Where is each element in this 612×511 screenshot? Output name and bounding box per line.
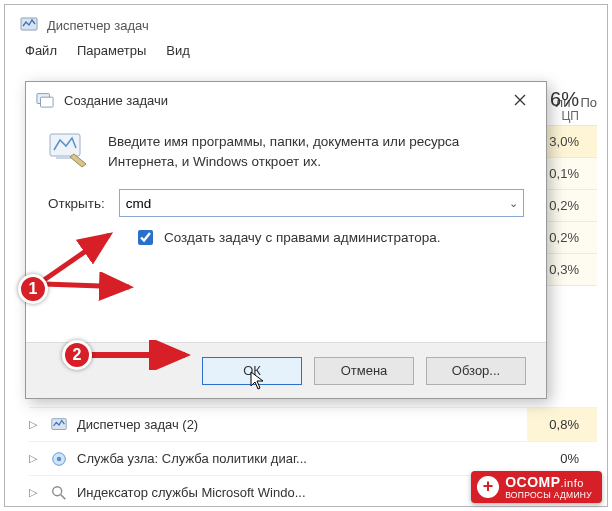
annotation-step-1: 1 [18,274,48,304]
task-manager-icon [19,15,39,35]
process-row[interactable]: ▷ Диспетчер задач (2) 0,8% [29,407,597,441]
menu-options[interactable]: Параметры [69,41,154,60]
screenshot-frame: Диспетчер задач Файл Параметры Вид ли По… [4,4,608,507]
svg-point-3 [57,456,62,461]
task-manager-window: Диспетчер задач Файл Параметры Вид ли По… [9,9,603,502]
service-icon [49,449,69,469]
process-cpu: 0,8% [527,408,597,441]
annotation-step-2: 2 [62,340,92,370]
task-manager-icon [49,415,69,435]
open-label: Открыть: [48,196,105,211]
expand-caret-icon[interactable]: ▷ [29,486,43,499]
svg-line-5 [61,494,66,499]
browse-button[interactable]: Обзор... [426,357,526,385]
main-title: Диспетчер задач [47,18,149,33]
dialog-title: Создание задачи [64,93,500,108]
process-name: Диспетчер задач (2) [77,417,527,432]
menu-file[interactable]: Файл [17,41,65,60]
admin-checkbox[interactable] [138,230,153,245]
svg-point-4 [53,486,62,495]
close-icon [514,94,526,106]
open-input[interactable] [119,189,524,217]
dialog-title-bar[interactable]: Создание задачи [26,82,546,118]
watermark-cross-icon: + [477,476,499,498]
run-large-icon [48,130,92,170]
svg-rect-7 [41,97,54,107]
process-cpu: 0% [527,451,597,466]
menu-view[interactable]: Вид [158,41,198,60]
run-dialog-icon [36,90,56,110]
watermark: + OCOMP.info ВОПРОСЫ АДМИНУ [471,471,602,503]
process-name: Индексатор службы Microsoft Windo... [77,485,527,500]
create-task-dialog: Создание задачи Введите имя программы, п… [25,81,547,399]
dialog-button-row: ОК Отмена Обзор... [26,342,546,398]
admin-checkbox-label: Создать задачу с правами администратора. [164,230,440,245]
indexer-icon [49,483,69,503]
ok-button[interactable]: ОК [202,357,302,385]
expand-caret-icon[interactable]: ▷ [29,418,43,431]
close-button[interactable] [500,85,540,115]
process-row[interactable]: ▷ Служба узла: Служба политики диаг... 0… [29,441,597,475]
menu-bar: Файл Параметры Вид [9,39,603,66]
main-title-bar: Диспетчер задач [9,9,603,39]
cancel-button[interactable]: Отмена [314,357,414,385]
process-name: Служба узла: Служба политики диаг... [77,451,527,466]
expand-caret-icon[interactable]: ▷ [29,452,43,465]
dialog-instruction: Введите имя программы, папки, документа … [108,130,524,171]
